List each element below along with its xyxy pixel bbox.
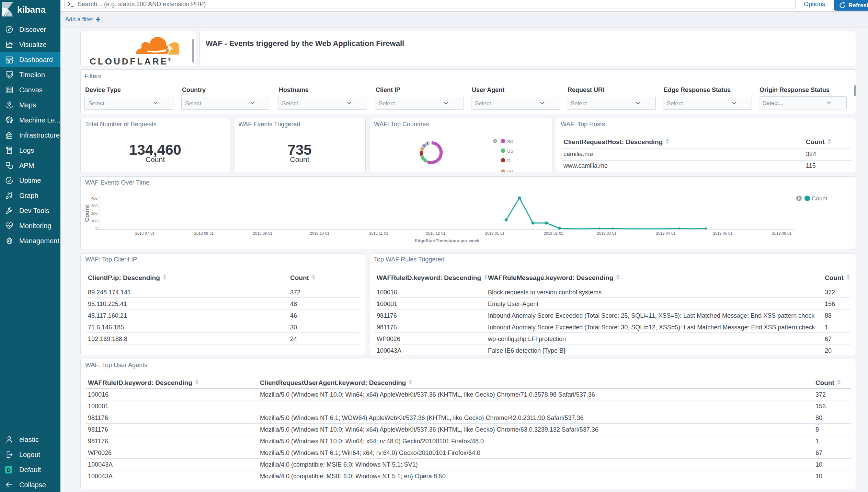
svg-text:Count: Count — [812, 196, 827, 202]
